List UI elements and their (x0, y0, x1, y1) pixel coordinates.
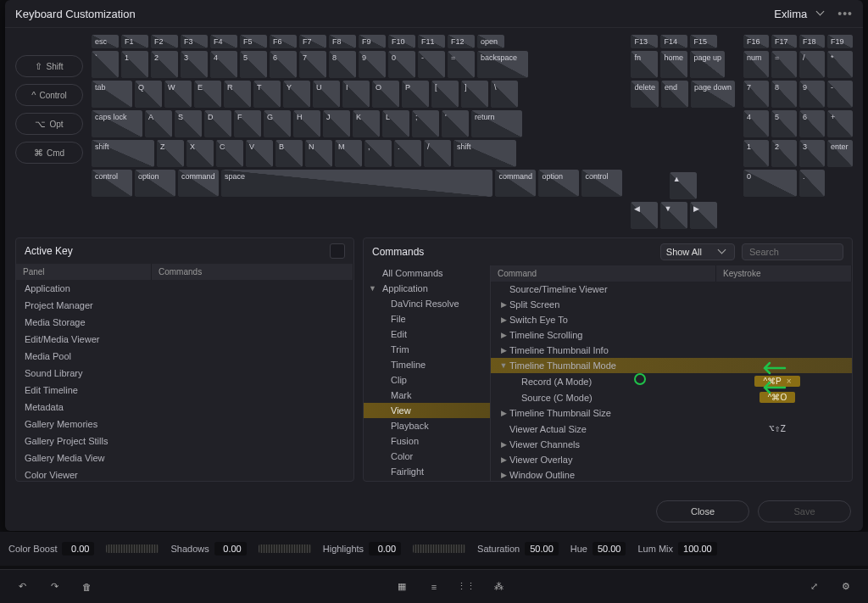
key-f8[interactable]: F8 (329, 35, 356, 48)
key-[interactable]: ; (412, 110, 439, 137)
key-x[interactable]: X (186, 140, 214, 167)
key-[interactable]: ` (92, 51, 119, 78)
saturation-value[interactable]: 50.00 (525, 542, 559, 556)
key-[interactable]: - (418, 51, 445, 78)
command-row[interactable]: Source (C Mode)^⌘O (491, 389, 852, 405)
shadows-value[interactable]: 0.00 (214, 542, 247, 556)
cmd-modifier-button[interactable]: ⌘Cmd (15, 142, 83, 164)
key-o[interactable]: O (372, 81, 399, 108)
node-icon[interactable]: ▦ (393, 578, 410, 595)
control-modifier-button[interactable]: ^Control (15, 84, 83, 106)
key-delete[interactable]: delete (631, 81, 659, 108)
tree-item[interactable]: Clip (364, 372, 490, 388)
key-0[interactable]: 0 (743, 170, 797, 197)
key-w[interactable]: W (164, 81, 192, 108)
shift-modifier-button[interactable]: ⇧Shift (15, 55, 83, 77)
key-9[interactable]: 9 (359, 51, 386, 78)
key-[interactable]: \ (491, 81, 518, 108)
active-key-item[interactable]: Media Storage (16, 314, 353, 331)
key-c[interactable]: C (216, 140, 243, 167)
key-[interactable]: ] (461, 81, 488, 108)
key-f10[interactable]: F10 (388, 35, 415, 48)
key-6[interactable]: 6 (270, 51, 297, 78)
key-[interactable]: = (448, 51, 475, 78)
tree-item[interactable]: Timeline (364, 357, 490, 372)
track-icon[interactable] (259, 544, 311, 553)
tree-item[interactable]: Fairlight (364, 464, 490, 479)
key-y[interactable]: Y (283, 81, 310, 108)
key-[interactable]: ▼ (660, 202, 687, 229)
tree-item[interactable]: Color (364, 449, 490, 464)
active-key-checkbox[interactable] (330, 243, 345, 259)
key-5[interactable]: 5 (240, 51, 267, 78)
lummix-value[interactable]: 100.00 (678, 542, 717, 556)
command-row[interactable]: ▶Timeline Thumbnail Size (491, 405, 852, 421)
hue-value[interactable]: 50.00 (593, 542, 626, 556)
gear-icon[interactable]: ⚙ (837, 578, 854, 595)
key-f16[interactable]: F16 (743, 35, 769, 48)
key-shift[interactable]: shift (92, 140, 154, 167)
key-capslock[interactable]: caps lock (92, 110, 142, 137)
key-6[interactable]: 6 (799, 110, 825, 137)
key-backspace[interactable]: backspace (477, 51, 528, 78)
key-shift[interactable]: shift (453, 140, 516, 167)
key-a[interactable]: A (145, 110, 172, 137)
key-g[interactable]: G (264, 110, 291, 137)
key-control[interactable]: control (92, 170, 132, 197)
key-8[interactable]: 8 (329, 51, 356, 78)
key-f7[interactable]: F7 (299, 35, 326, 48)
active-key-item[interactable]: Project Manager (16, 297, 353, 314)
tree-item[interactable]: DaVinci Resolve (364, 296, 490, 311)
key-[interactable]: ◀ (631, 202, 658, 229)
key-7[interactable]: 7 (299, 51, 326, 78)
command-row[interactable]: ▼Timeline Thumbnail Mode (491, 358, 852, 373)
key-fn[interactable]: fn (631, 51, 658, 78)
key-pagedown[interactable]: page down (691, 81, 735, 108)
key-[interactable]: ' (442, 110, 469, 137)
key-f13[interactable]: F13 (631, 35, 658, 48)
key-4[interactable]: 4 (210, 51, 237, 78)
key-tab[interactable]: tab (92, 81, 132, 108)
tree-item[interactable]: File (364, 311, 490, 327)
key-2[interactable]: 2 (151, 51, 178, 78)
key-[interactable]: [ (431, 81, 459, 108)
command-row[interactable]: ▶Viewer Overlay (491, 452, 852, 467)
key-f5[interactable]: F5 (240, 35, 267, 48)
command-row[interactable]: ▶Timeline Scrolling (491, 327, 852, 343)
key-f17[interactable]: F17 (771, 35, 797, 48)
key-f4[interactable]: F4 (210, 35, 237, 48)
key-[interactable]: = (771, 51, 797, 78)
active-key-item[interactable]: Gallery Media View (16, 449, 353, 466)
key-command[interactable]: command (178, 170, 219, 197)
key-f9[interactable]: F9 (359, 35, 386, 48)
key-[interactable]: * (827, 51, 853, 78)
key-f[interactable]: F (234, 110, 261, 137)
active-key-item[interactable]: Gallery Project Stills (16, 433, 353, 449)
key-7[interactable]: 7 (743, 81, 769, 108)
key-p[interactable]: P (402, 81, 429, 108)
rgb-icon[interactable]: ⁂ (490, 578, 507, 595)
key-u[interactable]: U (313, 81, 340, 108)
command-row[interactable]: ▶Switch Eye To (491, 312, 852, 327)
tree-item[interactable]: Mark (364, 388, 490, 403)
key-n[interactable]: N (305, 140, 332, 167)
active-key-item[interactable]: Edit/Media Viewer (16, 331, 353, 348)
search-input[interactable] (742, 243, 843, 260)
key-[interactable]: ▶ (690, 202, 717, 229)
command-row[interactable]: Record (A Mode)^⌘P× (491, 373, 852, 389)
key-f1[interactable]: F1 (121, 35, 148, 48)
command-list[interactable]: Source/Timeline Viewer▶Split Screen▶Swit… (491, 282, 852, 481)
key-[interactable]: / (799, 51, 825, 78)
command-row[interactable]: Source/Timeline Viewer (491, 282, 852, 297)
key-8[interactable]: 8 (771, 81, 797, 108)
key-k[interactable]: K (353, 110, 380, 137)
key-[interactable]: + (827, 110, 853, 137)
key-d[interactable]: D (204, 110, 231, 137)
key-4[interactable]: 4 (743, 110, 769, 137)
key-h[interactable]: H (293, 110, 320, 137)
expand-icon[interactable]: ⤢ (805, 578, 822, 595)
key-e[interactable]: E (194, 81, 221, 108)
tree-item[interactable]: View (364, 403, 490, 418)
key-num[interactable]: num (743, 51, 769, 78)
tree-item[interactable]: Fusion (364, 433, 490, 449)
